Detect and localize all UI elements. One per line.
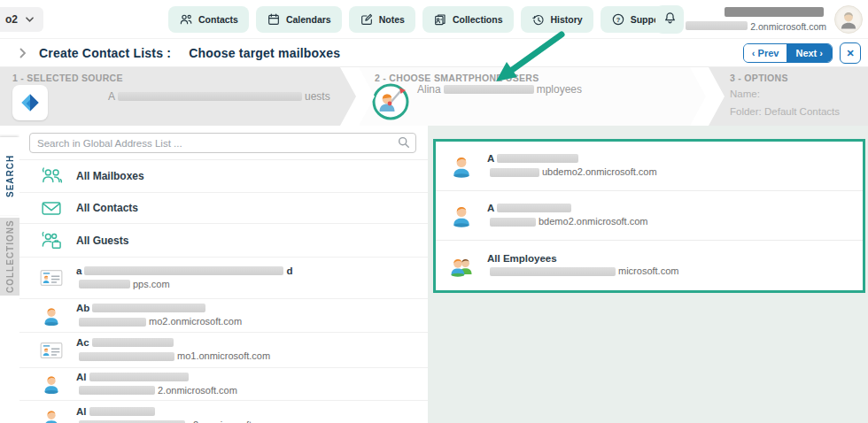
gal-list: All Mailboxes All Contacts [19,159,428,423]
tab-search[interactable]: SEARCH [0,137,19,215]
top-right-cluster: 2.onmicrosoft.com [655,5,863,34]
list-item-contact[interactable]: Ac mo1.onmicrosoft.com [19,333,428,368]
notes-icon [360,12,374,27]
tenant-label: o2 [5,13,18,26]
nav-label: Contacts [198,14,238,25]
step3-name-line: Name: [730,88,760,99]
contact-email: o2.onmicrosoft.com [76,419,273,423]
redacted-source-name [118,92,302,101]
list-item-label: All Guests [76,235,128,247]
step3-title: 3 - OPTIONS [730,73,788,83]
redacted-email [79,352,174,361]
user-avatar[interactable] [834,5,863,34]
gal-panel: All Mailboxes All Contacts [19,126,428,423]
redacted-name [89,373,189,381]
bell-icon [663,11,678,28]
redacted-name [92,304,205,312]
contact-email: mo1.onmicrosoft.com [76,350,270,362]
nav-contacts-button[interactable]: Contacts [168,6,249,33]
support-icon: ? [611,12,625,27]
nav-calendars-button[interactable]: Calendars [256,6,342,33]
next-button[interactable]: Next › [787,44,832,62]
page-title-sub: Choose target mailboxes [189,46,340,60]
step2-users-text: Alinamployees [417,83,582,96]
people-group-icon [37,166,66,186]
selected-user-name: A [487,153,657,165]
list-item-all-contacts[interactable]: All Contacts [19,193,428,224]
top-bar: o2 Contacts [0,0,868,39]
list-item-user[interactable]: Al 2.onmicrosoft.com [19,368,428,401]
person-avatar-icon [37,373,66,395]
step-selected-source[interactable]: 1 - SELECTED SOURCE Auests [0,67,356,126]
redacted-email [490,218,536,227]
step3-folder-line: Folder: Default Contacts [730,106,840,117]
selected-group-row[interactable]: All Employees microsoft.com [436,241,863,290]
redacted-email [490,267,616,276]
step-options[interactable]: 3 - OPTIONS Name: Folder: Default Contac… [709,67,868,126]
step-choose-smartphone-users[interactable]: 2 - CHOOSE SMARTPHONE USERS Alinamployee… [359,67,706,126]
selected-user-email: ubdemo2.onmicrosoft.com [487,166,657,178]
redacted-email [79,318,146,327]
contact-email: pps.com [76,279,292,290]
collections-icon [433,12,447,27]
chevron-down-icon [25,13,35,26]
person-avatar-icon [446,204,477,228]
list-item-all-guests[interactable]: All Guests [19,224,428,258]
main-nav: Contacts Calendars Notes [168,6,677,33]
redacted-email [490,168,539,177]
prev-button[interactable]: ‹ Prev [744,44,787,62]
contact-name: Al [76,372,237,383]
nav-collections-button[interactable]: Collections [422,6,514,33]
search-input[interactable] [29,133,416,153]
close-button[interactable]: ✕ [840,42,861,64]
azure-ad-icon [12,85,48,120]
calendar-icon [267,12,281,27]
nav-label: Notes [379,14,405,25]
notifications-bell-button[interactable] [655,5,684,34]
redacted-account-name [725,7,824,17]
nav-label: Collections [453,14,503,25]
redacted-email [79,280,130,288]
smartphone-users-icon [371,82,410,125]
list-item-all-mailboxes[interactable]: All Mailboxes [19,160,428,193]
wizard-actions: ‹ Prev Next › ✕ [743,42,861,64]
nav-label: History [551,14,583,25]
guests-icon [37,231,66,250]
selected-user-row[interactable]: A bdemo2.onmicrosoft.com [436,191,863,241]
search-icon [398,136,410,152]
list-item-user[interactable]: Ab mo2.onmicrosoft.com [19,299,428,333]
breadcrumb-chevron-icon [19,48,27,58]
list-item-contact[interactable]: ad pps.com [19,258,428,299]
redacted-name [497,204,571,212]
redacted-name [92,338,174,347]
step1-title: 1 - SELECTED SOURCE [12,73,123,83]
contact-name: Ab [76,303,242,314]
selected-users-panel: A ubdemo2.onmicrosoft.com A bdemo2.onmic… [428,126,868,423]
tab-collections[interactable]: COLLECTIONS [0,218,19,296]
app-window: o2 Contacts [0,0,868,423]
svg-text:?: ? [616,16,620,24]
contact-name: ad [76,265,292,277]
people-avatar-icon [446,253,477,278]
account-email-suffix: 2.onmicrosoft.com [750,21,826,32]
contact-email: 2.onmicrosoft.com [76,385,237,396]
step1-source-text: Auests [108,90,330,103]
person-avatar-icon [37,305,66,327]
list-item-user[interactable]: Al o2.onmicrosoft.com [19,401,428,423]
list-item-label: All Contacts [76,202,138,214]
selected-user-name: A [487,203,648,214]
nav-notes-button[interactable]: Notes [349,6,415,33]
close-icon: ✕ [846,48,854,59]
page-title: Create Contact Lists : Choose target mai… [39,46,340,60]
left-tab-rail: SEARCH COLLECTIONS [0,126,19,423]
selected-user-row[interactable]: A ubdemo2.onmicrosoft.com [436,142,863,191]
list-item-label: All Mailboxes [76,170,144,182]
selected-group-name: All Employees [487,253,678,264]
tenant-selector[interactable]: o2 [0,7,43,32]
redacted-name [84,266,283,275]
redacted-email [79,386,155,395]
selected-user-email: bdemo2.onmicrosoft.com [487,216,648,227]
person-avatar-icon [446,154,477,179]
redacted-email-prefix [686,21,748,30]
nav-history-button[interactable]: History [521,6,593,33]
